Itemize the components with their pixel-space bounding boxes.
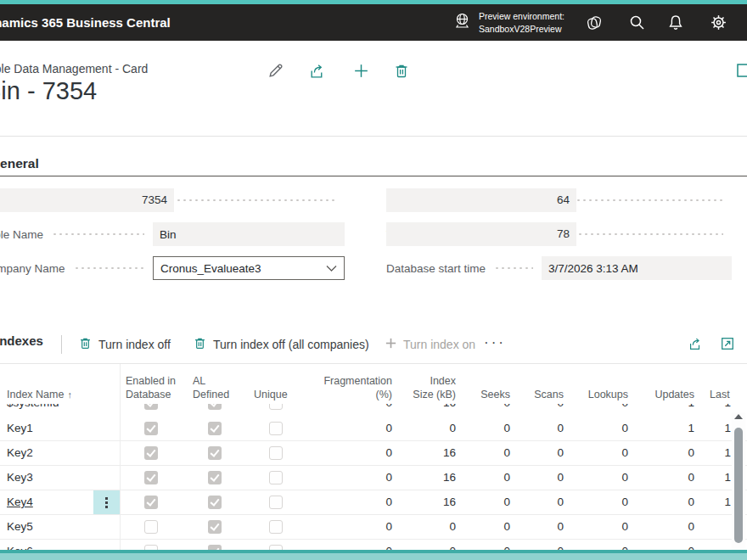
scroll-up-arrow-icon[interactable] <box>734 414 743 419</box>
share-icon[interactable] <box>306 60 327 81</box>
frozen-column-divider <box>120 364 121 550</box>
index-size-cell: 16 <box>395 490 456 514</box>
field-table-no: Table No. 7354 <box>0 188 345 212</box>
database-start-time-field: 3/7/2026 3:13 AM <box>542 256 732 280</box>
index-size-cell: 16 <box>395 441 456 465</box>
dotted-leader <box>52 233 144 235</box>
al-defined-checkbox <box>208 520 222 534</box>
seeks-cell: 0 <box>458 490 510 514</box>
index-size-cell: 0 <box>395 515 456 539</box>
new-plus-icon[interactable] <box>351 60 371 81</box>
table-row[interactable]: Key2 0 16 0 0 0 0 1 <box>0 441 747 466</box>
column-header-index-name[interactable]: Index Name↑ <box>7 388 72 401</box>
fragmentation-cell: 0 <box>323 404 392 415</box>
sort-ascending-icon: ↑ <box>67 389 72 400</box>
chevron-down-icon[interactable] <box>326 262 337 275</box>
index-name-cell[interactable]: Key4 <box>7 490 33 514</box>
fragmentation-cell: 0 <box>323 441 392 465</box>
field-combined-index-size: Combined Index Size (kB) 64 <box>386 188 732 212</box>
column-header-scans[interactable]: Scans <box>534 388 564 401</box>
fragmentation-cell: 0 <box>323 417 392 440</box>
column-header-unique[interactable]: Unique <box>254 388 288 401</box>
turn-index-off-all-button[interactable]: Turn index off (all companies) <box>193 333 369 356</box>
table-row[interactable]: Key3 0 16 0 0 0 0 1 <box>0 466 747 490</box>
page-title: Bin - 7354 <box>0 77 97 105</box>
general-fields-left: Table No. 7354 Table Name Bin Company Na… <box>0 188 345 290</box>
part-share-icon[interactable] <box>684 333 706 355</box>
column-header-lookups[interactable]: Lookups <box>588 388 628 401</box>
al-defined-checkbox <box>208 404 222 410</box>
column-header-fragmentation[interactable]: Fragmentation (%) <box>323 374 392 401</box>
fragmentation-cell: 0 <box>323 466 392 490</box>
enabled-in-database-checkbox <box>144 404 158 410</box>
lookups-cell: 0 <box>569 490 628 514</box>
plus-icon <box>385 337 397 352</box>
enabled-in-database-checkbox <box>144 520 158 534</box>
general-section-underline <box>0 176 747 176</box>
column-header-index-size[interactable]: Index Size (kB) <box>413 374 456 401</box>
index-name-cell[interactable]: Key2 <box>7 441 33 465</box>
seeks-cell: 0 <box>458 404 510 415</box>
notifications-bell-icon[interactable] <box>660 4 691 41</box>
app-header: Dynamics 365 Business Central Preview en… <box>0 4 747 41</box>
app-title[interactable]: Dynamics 365 Business Central <box>0 4 171 41</box>
more-options-button[interactable]: ··· <box>479 331 511 355</box>
general-section-heading[interactable]: General <box>0 156 39 171</box>
seeks-cell: 0 <box>458 466 510 490</box>
scans-cell: 0 <box>513 490 564 514</box>
unique-checkbox <box>269 471 283 484</box>
settings-gear-icon[interactable] <box>703 4 733 41</box>
table-row[interactable]: Key4 0 16 0 0 0 0 1 <box>0 490 747 515</box>
table-row[interactable]: Key5 0 0 0 0 0 0 <box>0 515 747 540</box>
title-divider <box>0 136 747 137</box>
expand-part-icon[interactable] <box>716 333 739 355</box>
al-defined-checkbox <box>208 446 222 460</box>
index-size-cell: 16 <box>395 404 456 415</box>
table-row[interactable]: Key1 0 0 0 0 0 1 1 <box>0 417 747 441</box>
delete-trash-icon[interactable] <box>391 60 412 81</box>
al-defined-checkbox <box>208 471 222 484</box>
search-icon[interactable] <box>621 4 652 41</box>
company-name-combobox[interactable]: Cronus_Evalueate3 <box>153 256 345 280</box>
focus-mode-icon[interactable] <box>735 60 747 81</box>
partially-scrolled-row: $systemId 0 16 0 0 0 1 1 <box>0 404 747 415</box>
unique-checkbox <box>269 404 283 410</box>
edit-pencil-icon[interactable] <box>265 60 285 81</box>
scans-cell: 0 <box>513 404 564 415</box>
turn-index-on-label: Turn index on <box>403 338 475 351</box>
column-header-al-defined[interactable]: AL Defined <box>193 374 229 401</box>
field-label: Company Name <box>0 262 65 275</box>
turn-index-on-button[interactable]: Turn index on <box>385 333 475 356</box>
lookups-cell: 0 <box>569 466 628 490</box>
table-no-field: 7354 <box>0 188 174 212</box>
fragmentation-cell: 0 <box>323 490 392 514</box>
scans-cell: 0 <box>513 417 564 440</box>
scrollbar-thumb[interactable] <box>734 428 743 543</box>
index-name-cell[interactable]: $systemId <box>7 404 59 415</box>
breadcrumb[interactable]: Table Data Management - Card <box>0 62 148 76</box>
updates-cell: 0 <box>635 466 694 490</box>
table-row-count-field: 78 <box>386 222 576 246</box>
index-size-cell: 16 <box>395 466 456 490</box>
index-name-cell[interactable]: Key5 <box>7 515 33 539</box>
enabled-in-database-checkbox <box>144 422 158 435</box>
indexes-part-heading[interactable]: Indexes <box>0 333 43 348</box>
turn-index-off-label: Turn index off <box>98 338 171 351</box>
column-header-updates[interactable]: Updates <box>654 388 694 401</box>
al-defined-checkbox <box>208 496 222 509</box>
vertical-scrollbar[interactable] <box>732 412 745 550</box>
index-name-cell[interactable]: Key1 <box>7 417 33 440</box>
column-header-enabled-in-database[interactable]: Enabled in Database <box>126 374 176 401</box>
business-central-window: Dynamics 365 Business Central Preview en… <box>0 0 747 560</box>
index-name-cell[interactable]: Key3 <box>7 466 33 490</box>
index-size-cell: 0 <box>395 417 456 440</box>
al-defined-checkbox <box>208 422 222 435</box>
copilot-icon[interactable] <box>579 4 609 41</box>
column-header-last[interactable]: Last <box>710 388 730 401</box>
scans-cell: 0 <box>513 515 564 539</box>
table-row[interactable]: $systemId 0 16 0 0 0 1 1 <box>0 404 747 415</box>
row-actions-menu-icon[interactable] <box>93 490 120 514</box>
environment-info[interactable]: Preview environment: SandboxV28Preview <box>453 4 564 41</box>
column-header-seeks[interactable]: Seeks <box>480 388 510 401</box>
turn-index-off-button[interactable]: Turn index off <box>78 333 171 356</box>
